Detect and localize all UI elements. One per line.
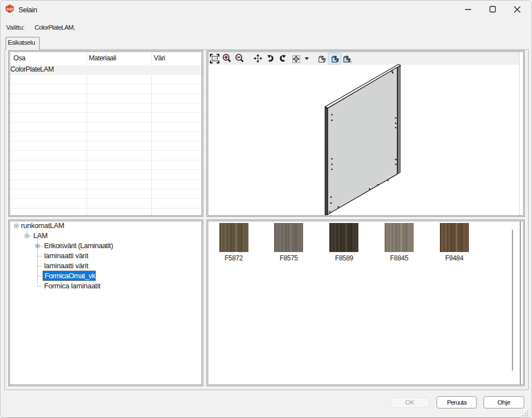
svg-text:runkomatLAM: runkomatLAM	[21, 221, 65, 230]
svg-text:laminaatti värit: laminaatti värit	[44, 262, 89, 270]
svg-text:Formica laminaatit: Formica laminaatit	[44, 282, 100, 290]
svg-text:LAM: LAM	[33, 231, 48, 240]
svg-text:Erikoisvärit (Laminaatit): Erikoisvärit (Laminaatit)	[44, 241, 113, 250]
svg-text:InD: InD	[6, 6, 13, 11]
svg-text:FormicaOmat_vk: FormicaOmat_vk	[45, 272, 96, 280]
svg-text:laminaatti värit: laminaatti värit	[44, 251, 89, 260]
